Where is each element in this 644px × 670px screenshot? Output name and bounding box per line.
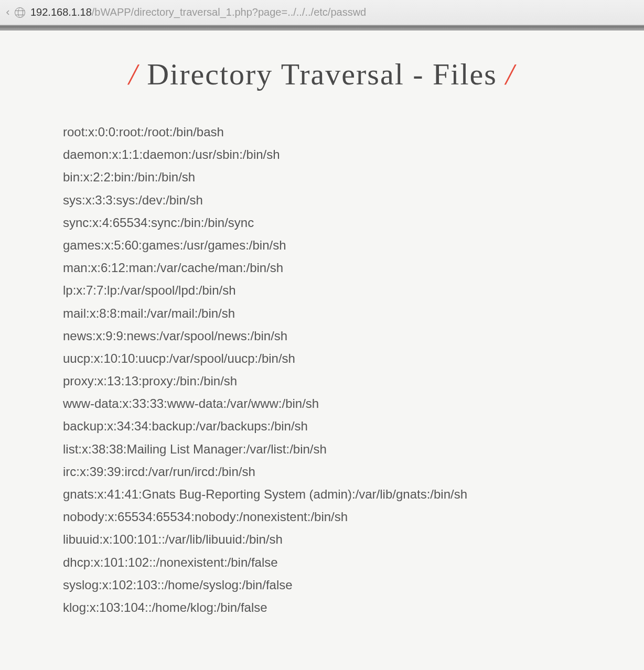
passwd-line: nobody:x:65534:65534:nobody:/nonexistent… <box>63 505 644 528</box>
page-body: / Directory Traversal - Files / root:x:0… <box>0 30 644 670</box>
title-text: Directory Traversal - Files <box>147 57 497 91</box>
browser-toolbar: 192.168.1.18/bWAPP/directory_traversal_1… <box>0 0 644 25</box>
passwd-line: bin:x:2:2:bin:/bin:/bin/sh <box>63 166 644 188</box>
passwd-line: list:x:38:38:Mailing List Manager:/var/l… <box>63 438 644 460</box>
passwd-line: klog:x:103:104::/home/klog:/bin/false <box>63 596 644 619</box>
passwd-line: sync:x:4:65534:sync:/bin:/bin/sync <box>63 211 644 234</box>
passwd-line: games:x:5:60:games:/usr/games:/bin/sh <box>63 234 644 256</box>
title-slash-left: / <box>129 57 138 91</box>
passwd-line: lp:x:7:7:lp:/var/spool/lpd:/bin/sh <box>63 279 644 301</box>
url-host: 192.168.1.18 <box>30 6 92 18</box>
passwd-line: root:x:0:0:root:/root:/bin/bash <box>63 121 644 143</box>
passwd-line: uucp:x:10:10:uucp:/var/spool/uucp:/bin/s… <box>63 347 644 370</box>
passwd-line: gnats:x:41:41:Gnats Bug-Reporting System… <box>63 483 644 505</box>
passwd-line: sys:x:3:3:sys:/dev:/bin/sh <box>63 189 644 211</box>
passwd-line: irc:x:39:39:ircd:/var/run/ircd:/bin/sh <box>63 460 644 483</box>
passwd-line: backup:x:34:34:backup:/var/backups:/bin/… <box>63 415 644 437</box>
passwd-line: news:x:9:9:news:/var/spool/news:/bin/sh <box>63 325 644 347</box>
url-bar[interactable]: 192.168.1.18/bWAPP/directory_traversal_1… <box>30 6 640 18</box>
page-title: / Directory Traversal - Files / <box>0 57 644 92</box>
passwd-line: daemon:x:1:1:daemon:/usr/sbin:/bin/sh <box>63 143 644 166</box>
passwd-line: proxy:x:13:13:proxy:/bin:/bin/sh <box>63 370 644 392</box>
file-output: root:x:0:0:root:/root:/bin/bashdaemon:x:… <box>0 121 644 619</box>
passwd-line: libuuid:x:100:101::/var/lib/libuuid:/bin… <box>63 528 644 550</box>
passwd-line: syslog:x:102:103::/home/syslog:/bin/fals… <box>63 574 644 596</box>
passwd-line: www-data:x:33:33:www-data:/var/www:/bin/… <box>63 392 644 415</box>
nav-back-icon[interactable] <box>4 9 12 16</box>
toolbar-shadow <box>0 25 644 30</box>
globe-icon <box>15 7 25 18</box>
passwd-line: dhcp:x:101:102::/nonexistent:/bin/false <box>63 551 644 574</box>
passwd-line: man:x:6:12:man:/var/cache/man:/bin/sh <box>63 256 644 279</box>
url-path: /bWAPP/directory_traversal_1.php?page=..… <box>92 6 366 18</box>
title-slash-right: / <box>506 57 515 91</box>
passwd-line: mail:x:8:8:mail:/var/mail:/bin/sh <box>63 302 644 325</box>
